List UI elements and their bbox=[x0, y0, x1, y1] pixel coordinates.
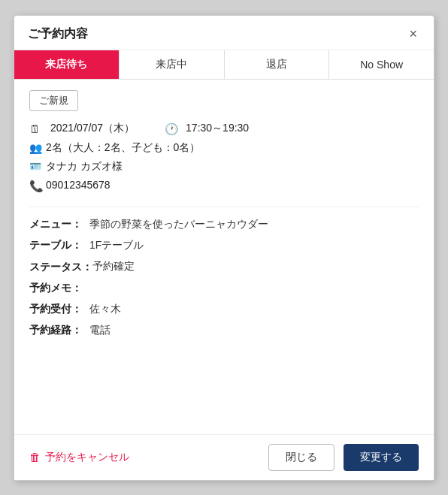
menu-row: メニュー： 季節の野菜を使ったバーニャカウダー bbox=[29, 218, 419, 231]
trash-icon: 🗑 bbox=[29, 451, 41, 463]
route-value: 電話 bbox=[89, 324, 110, 337]
reservation-time: 17:30～19:30 bbox=[186, 122, 249, 135]
tab-bar: 来店待ち 来店中 退店 No Show bbox=[14, 50, 434, 80]
phone-row: 📞 09012345678 bbox=[29, 179, 419, 193]
guests-row: 👥 2名（大人：2名、子ども：0名） bbox=[29, 141, 419, 155]
person-icon: 🪪 bbox=[29, 161, 46, 172]
tab-checkout[interactable]: 退店 bbox=[225, 50, 330, 79]
reservation-guests: 2名（大人：2名、子ども：0名） bbox=[46, 141, 419, 155]
menu-label: メニュー： bbox=[29, 218, 89, 231]
detail-section: メニュー： 季節の野菜を使ったバーニャカウダー テーブル： 1Fテーブル ステー… bbox=[29, 218, 419, 338]
tab-noshow[interactable]: No Show bbox=[329, 50, 434, 79]
cancel-reservation-button[interactable]: 🗑 予約をキャンセル bbox=[29, 451, 129, 464]
tab-in-store[interactable]: 来店中 bbox=[120, 50, 225, 79]
name-row: 🪪 タナカ カズオ様 bbox=[29, 160, 419, 174]
menu-value: 季節の野菜を使ったバーニャカウダー bbox=[89, 218, 268, 231]
guests-icon: 👥 bbox=[29, 142, 46, 154]
tab-waiting[interactable]: 来店待ち bbox=[14, 50, 120, 79]
divider bbox=[29, 207, 419, 207]
received-value: 佐々木 bbox=[89, 303, 121, 316]
info-section: 🗓 2021/07/07（木） 🕐 17:30～19:30 👥 2名（大人：2名… bbox=[29, 122, 419, 193]
status-value: 予約確定 bbox=[92, 260, 135, 275]
close-modal-button[interactable]: 閉じる bbox=[268, 444, 334, 471]
route-label: 予約経路： bbox=[29, 324, 89, 337]
clock-icon: 🕐 bbox=[165, 122, 181, 136]
footer-right: 閉じる 変更する bbox=[268, 444, 419, 471]
calendar-icon: 🗓 bbox=[29, 122, 46, 135]
modal-footer: 🗑 予約をキャンセル 閉じる 変更する bbox=[14, 434, 434, 480]
received-row: 予約受付： 佐々木 bbox=[29, 303, 419, 316]
received-label: 予約受付： bbox=[29, 303, 89, 316]
table-label: テーブル： bbox=[29, 239, 89, 252]
close-icon[interactable]: × bbox=[406, 26, 420, 42]
table-row: テーブル： 1Fテーブル bbox=[29, 239, 419, 252]
phone-icon: 📞 bbox=[29, 180, 46, 193]
modal-header: ご予約内容 × bbox=[14, 16, 434, 50]
route-row: 予約経路： 電話 bbox=[29, 324, 419, 337]
memo-row: 予約メモ： bbox=[29, 282, 419, 295]
change-button[interactable]: 変更する bbox=[344, 444, 419, 471]
reservation-date: 2021/07/07（木） bbox=[50, 122, 135, 135]
memo-label: 予約メモ： bbox=[29, 282, 89, 295]
status-label: ステータス： bbox=[29, 260, 92, 275]
status-row: ステータス： 予約確定 bbox=[29, 260, 419, 275]
reservation-phone: 09012345678 bbox=[46, 179, 419, 191]
modal-title: ご予約内容 bbox=[28, 26, 88, 42]
cancel-label: 予約をキャンセル bbox=[45, 451, 129, 464]
modal: ご予約内容 × 来店待ち 来店中 退店 No Show ご新規 🗓 2021/0… bbox=[14, 15, 434, 481]
date-time-row: 🗓 2021/07/07（木） 🕐 17:30～19:30 bbox=[29, 122, 419, 136]
new-button[interactable]: ご新規 bbox=[29, 90, 78, 111]
table-value: 1Fテーブル bbox=[89, 239, 144, 252]
reservation-name: タナカ カズオ様 bbox=[46, 160, 419, 174]
modal-body: ご新規 🗓 2021/07/07（木） 🕐 17:30～19:30 👥 2名（大… bbox=[14, 80, 434, 434]
